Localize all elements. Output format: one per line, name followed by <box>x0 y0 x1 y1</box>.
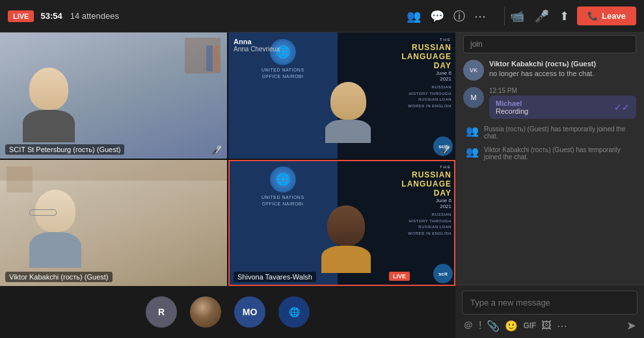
divider <box>504 7 505 25</box>
avatar-globe[interactable]: 🌐 <box>278 296 310 328</box>
chat-system-russia: 👥 Russia (гость) (Guest) has temporarily… <box>463 125 636 140</box>
camera-off-icon[interactable]: 📹 <box>510 9 524 23</box>
avatar-photo[interactable] <box>190 296 221 328</box>
phone-icon: 📞 <box>587 11 598 21</box>
avatar-bar: R MO 🌐 <box>0 286 455 338</box>
chat-panel: Meeting chat ✕ join VK Viktor Kabakchi (… <box>455 0 644 338</box>
video-label-person1: SCIT St Petersburg (гость) (Guest) <box>5 144 124 155</box>
important-icon[interactable]: ! <box>479 320 481 332</box>
mic-muted-icon-person2: 🎤̸ <box>440 145 450 155</box>
attendee-count: 14 attendees <box>70 11 407 21</box>
top-bar: LIVE 53:54 14 attendees 👥 💬 ⓘ ⋯ 📹 🎤 ⬆ 📞 … <box>0 0 644 32</box>
event-name: RUSSIANLANGUAGEDAY <box>342 43 451 70</box>
video-label-person4: Shivona Tavares-Walsh <box>234 272 316 282</box>
russian-header-p4: THE <box>342 165 451 169</box>
avatar-mo[interactable]: MO <box>234 296 265 328</box>
chat-message-input[interactable] <box>462 291 637 315</box>
system-icon-russia: 👥 <box>466 125 479 137</box>
participants-icon[interactable]: 👥 <box>407 9 421 23</box>
chat-message-viktor: VK Viktor Kabakchi (гость) (Guest) no lo… <box>463 60 636 81</box>
chat-system-text-russia: Russia (гость) (Guest) has temporarily j… <box>484 125 636 140</box>
call-timer: 53:54 <box>40 11 62 21</box>
share-icon[interactable]: ⬆ <box>559 9 569 23</box>
russian-header: THE <box>342 38 451 42</box>
system-icon-viktor: 👥 <box>466 146 479 158</box>
chat-bubble-michael: 12:15 PM Michael Recording ✓✓ <box>489 87 636 119</box>
send-message-button[interactable]: ➤ <box>626 318 636 333</box>
video-cell-person4[interactable]: 🌐 UNITED NATIONSOFFICE NAIROBI THE RUSSI… <box>228 160 455 286</box>
chat-message-michael: M 12:15 PM Michael Recording ✓✓ <box>463 87 636 119</box>
chat-content-michael: Michael Recording ✓✓ <box>489 96 636 119</box>
live-badge-person4: LIVE <box>389 272 410 281</box>
chat-icon[interactable]: 💬 <box>430 9 444 23</box>
help-icon[interactable]: ⓘ <box>453 8 465 24</box>
chat-messages[interactable]: join VK Viktor Kabakchi (гость) (Guest) … <box>455 29 644 285</box>
video-cell-person3[interactable]: Viktor Kabakchi (гость) (Guest) <box>0 160 227 286</box>
chat-avatar-viktor: VK <box>463 60 484 81</box>
chat-bubble-viktor: Viktor Kabakchi (гость) (Guest) no longe… <box>489 60 636 79</box>
gif-icon[interactable]: GIF <box>523 321 536 330</box>
video-label-person3: Viktor Kabakchi (гость) (Guest) <box>5 272 113 282</box>
video-grid: SCIT St Petersburg (гость) (Guest) 🎤̸ 🌐 … <box>0 32 455 286</box>
mic-muted-icon-person1: 🎤̸ <box>211 145 222 155</box>
chat-timestamp-michael: 12:15 PM <box>489 87 636 94</box>
live-badge: LIVE <box>8 10 34 22</box>
emoji-icon[interactable]: 🙂 <box>505 320 518 332</box>
seen-icon: ✓✓ <box>614 102 630 112</box>
un-office-label-p4: UNITED NATIONSOFFICE NAIROBI <box>262 194 304 207</box>
chat-toolbar: ＠ ! 📎 🙂 GIF 🖼 ⋯ ➤ <box>462 318 637 333</box>
event-date: June 62021 <box>342 70 451 82</box>
action-icons: 📹 🎤 ⬆ <box>510 9 569 23</box>
attach-icon[interactable]: 📎 <box>487 320 500 332</box>
chat-system-text-viktor: Viktor Kabakchi (гость) (Guest) has temp… <box>484 146 636 161</box>
more-icon[interactable]: ⋯ <box>474 9 486 23</box>
person2-name: Anna Anna Chevrieux <box>234 38 280 53</box>
chat-sender-viktor: Viktor Kabakchi (гость) (Guest) <box>489 60 636 68</box>
format-icon[interactable]: ＠ <box>463 319 474 333</box>
chat-text-viktor: no longer has access to the chat. <box>489 69 636 79</box>
more-chat-icon[interactable]: ⋯ <box>557 320 567 332</box>
video-cell-person1[interactable]: SCIT St Petersburg (гость) (Guest) 🎤̸ <box>0 32 227 159</box>
chat-avatar-michael: M <box>463 87 484 108</box>
mic-off-icon[interactable]: 🎤 <box>535 9 549 23</box>
video-cell-person2[interactable]: 🌐 UNITED NATIONSOFFICE NAIROBI THE RUSSI… <box>228 32 455 159</box>
un-office-label: UNITED NATIONSOFFICE NAIROBI <box>262 67 304 80</box>
chat-join-input: join <box>463 35 636 53</box>
chat-input-area: ＠ ! 📎 🙂 GIF 🖼 ⋯ ➤ <box>455 285 644 338</box>
chat-message-michael-wrapper: M 12:15 PM Michael Recording ✓✓ <box>463 87 636 119</box>
chat-text-michael: Recording <box>496 107 528 115</box>
sticker-icon[interactable]: 🖼 <box>541 320 552 332</box>
event-name-p4: RUSSIANLANGUAGEDAY <box>342 170 451 198</box>
leave-button[interactable]: 📞 Leave <box>577 6 636 25</box>
top-icons: 👥 💬 ⓘ ⋯ <box>407 8 486 24</box>
avatar-r[interactable]: R <box>146 296 177 328</box>
chat-sender-michael: Michael <box>496 99 528 107</box>
chat-system-viktor: 👥 Viktor Kabakchi (гость) (Guest) has te… <box>463 146 636 161</box>
un-emblem-p4: 🌐 <box>270 166 296 192</box>
